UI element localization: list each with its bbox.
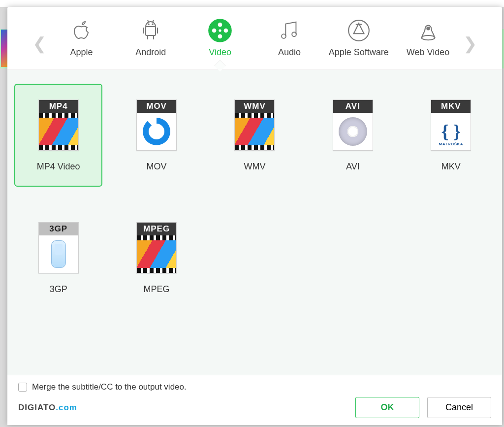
- tab-label: Apple: [70, 47, 93, 58]
- format-badge: MKV: [431, 100, 471, 113]
- matroska-icon: { }MATROŠKA: [431, 113, 471, 150]
- format-badge: MPEG: [137, 223, 176, 235]
- cancel-button[interactable]: Cancel: [427, 397, 491, 418]
- format-3gp[interactable]: 3GP 3GP: [14, 206, 102, 309]
- svg-point-19: [421, 35, 435, 40]
- tab-audio[interactable]: Audio: [254, 17, 324, 69]
- format-mkv[interactable]: MKV { }MATROŠKA MKV: [407, 84, 495, 187]
- format-label: MOV: [147, 162, 167, 172]
- formats-grid: MP4 MP4 Video MOV MOV WMV WMV: [12, 84, 497, 309]
- format-thumb: WMV: [234, 99, 275, 151]
- quicktime-icon: [137, 113, 176, 150]
- brand-part1: DIGIATO: [18, 403, 56, 412]
- format-badge: AVI: [333, 100, 373, 113]
- format-label: MP4 Video: [37, 162, 80, 172]
- format-thumb: AVI: [333, 99, 373, 151]
- tab-label: Web Video: [407, 47, 449, 58]
- svg-point-8: [152, 24, 153, 25]
- format-thumb: MKV { }MATROŠKA: [431, 99, 471, 151]
- format-thumb: MPEG: [136, 222, 177, 273]
- svg-rect-0: [146, 27, 156, 35]
- format-badge: 3GP: [39, 223, 78, 235]
- svg-point-12: [212, 29, 217, 33]
- tab-label: Video: [209, 47, 231, 58]
- ok-button[interactable]: OK: [355, 397, 419, 418]
- tab-apple[interactable]: Apple: [47, 17, 116, 69]
- format-label: 3GP: [50, 284, 67, 295]
- format-mpeg[interactable]: MPEG MPEG: [112, 206, 200, 309]
- parent-thumbnail-fragment: [1, 30, 7, 67]
- footer-bottom-row: DIGIATO.com OK Cancel: [18, 397, 491, 418]
- format-label: WMV: [244, 162, 265, 172]
- svg-point-10: [218, 23, 222, 27]
- svg-point-11: [218, 34, 222, 39]
- format-mp4[interactable]: MP4 MP4 Video: [14, 84, 102, 187]
- dialog-footer: Merge the subtitle/CC to the output vide…: [7, 375, 502, 425]
- tabs-prev-arrow[interactable]: ❮: [32, 33, 47, 53]
- tab-android[interactable]: Android: [116, 17, 186, 69]
- tab-web-video[interactable]: Web Video: [393, 17, 463, 69]
- category-tabstrip: ❮ Apple Android: [7, 7, 502, 70]
- tabs-next-arrow[interactable]: ❯: [463, 33, 477, 53]
- format-badge: MP4: [39, 100, 78, 113]
- svg-point-14: [219, 29, 221, 32]
- svg-point-7: [148, 24, 149, 25]
- svg-line-5: [148, 20, 149, 22]
- svg-point-13: [224, 29, 228, 33]
- brand-watermark: DIGIATO.com: [18, 403, 77, 413]
- filmstrip-icon: [39, 113, 78, 150]
- web-video-icon: [416, 17, 441, 44]
- format-badge: MOV: [137, 100, 176, 113]
- tab-label: Apple Software: [329, 47, 389, 58]
- app-store-icon: [346, 17, 371, 44]
- format-thumb: MP4: [38, 99, 79, 151]
- apple-icon: [69, 17, 93, 44]
- brand-part2: .com: [56, 403, 77, 412]
- format-badge: WMV: [235, 100, 274, 113]
- format-label: MKV: [441, 162, 461, 172]
- format-thumb: MOV: [136, 99, 177, 151]
- tab-label: Android: [135, 47, 166, 58]
- format-label: MPEG: [144, 284, 170, 295]
- tab-video[interactable]: Video: [186, 17, 255, 69]
- format-thumb: 3GP: [38, 222, 79, 273]
- music-note-icon: [278, 17, 301, 44]
- merge-subtitle-checkbox[interactable]: [18, 383, 27, 392]
- filmstrip-icon: [137, 235, 176, 273]
- tab-label: Audio: [278, 47, 301, 58]
- format-mov[interactable]: MOV MOV: [112, 84, 200, 187]
- format-label: AVI: [346, 162, 360, 172]
- formats-panel: MP4 MP4 Video MOV MOV WMV WMV: [7, 70, 502, 375]
- format-wmv[interactable]: WMV WMV: [211, 84, 299, 187]
- android-icon: [139, 17, 162, 44]
- svg-point-20: [427, 27, 429, 30]
- format-chooser-dialog: ✕ ❮ Apple: [7, 7, 502, 425]
- merge-subtitle-row: Merge the subtitle/CC to the output vide…: [18, 382, 491, 392]
- filmstrip-icon: [235, 113, 274, 150]
- format-avi[interactable]: AVI AVI: [309, 84, 397, 187]
- dialog-buttons: OK Cancel: [355, 397, 491, 418]
- svg-line-6: [153, 20, 154, 22]
- merge-subtitle-label: Merge the subtitle/CC to the output vide…: [32, 382, 187, 392]
- phone-icon: [39, 235, 78, 273]
- disc-icon: [333, 113, 373, 150]
- video-reel-icon: [207, 17, 233, 44]
- tab-apple-software[interactable]: Apple Software: [324, 17, 393, 69]
